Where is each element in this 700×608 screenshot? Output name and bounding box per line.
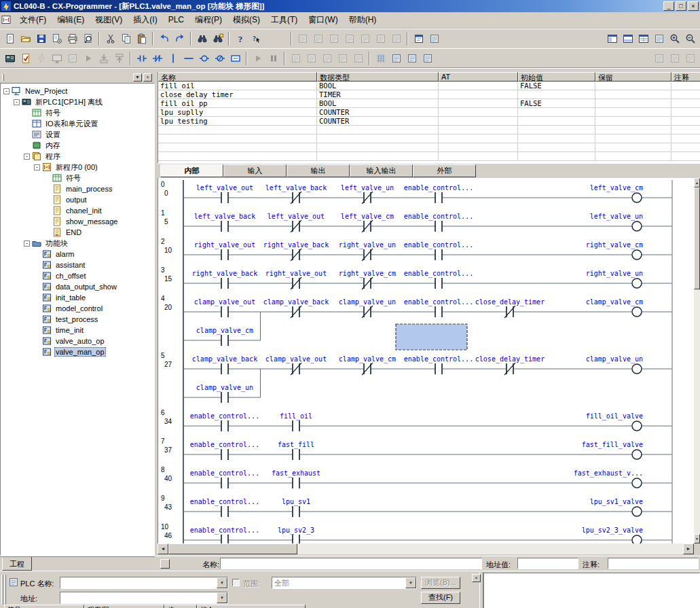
tree-item-plc-new-plc1[interactable]: -新PLC1[CP1H] 离线 — [1, 96, 154, 107]
contact-nc-button[interactable] — [149, 51, 165, 66]
var-table-cell[interactable] — [518, 135, 595, 143]
redo-button[interactable] — [172, 31, 187, 46]
scope-combo[interactable]: 全部 ▼ — [272, 577, 417, 589]
ladder-contact-clamp_valve_un[interactable]: clamp_valve_un — [339, 298, 396, 318]
var-table-cell[interactable] — [671, 99, 700, 108]
ladder-coil-lpu_sv1_valve[interactable]: lpu_sv1_valve — [590, 498, 643, 516]
ladder-contact-right_valve_un[interactable]: right_valve_un — [339, 241, 396, 261]
tree-item-section-output[interactable]: output — [1, 194, 154, 205]
tree-item-section-end[interactable]: END — [1, 227, 154, 238]
ladder-horizontal-scrollbar[interactable]: ◄ ► — [158, 543, 694, 554]
var-table-cell[interactable]: BOOL — [317, 82, 439, 90]
result-column-0[interactable]: 符号 — [4, 605, 84, 608]
open-project-button[interactable] — [18, 31, 33, 46]
view-cross-reference-button[interactable] — [373, 31, 388, 46]
ladder-coil-right_valve_un[interactable]: right_valve_un — [586, 270, 643, 288]
var-table-cell[interactable] — [671, 135, 700, 143]
dropdown-icon[interactable]: ▼ — [217, 577, 227, 588]
var-table-cell[interactable] — [518, 143, 595, 152]
var-table-cell[interactable] — [595, 82, 671, 90]
view-rung-annotation-button[interactable] — [357, 31, 373, 46]
tree-item-fb-alarm[interactable]: alarm — [1, 249, 154, 260]
view-io-comment-button[interactable] — [342, 31, 357, 46]
var-table-header-3[interactable]: 初始值 — [518, 72, 595, 82]
dropdown-icon[interactable]: ▼ — [217, 592, 227, 603]
tree-item-fb-data-output-show[interactable]: data_output_show — [1, 281, 154, 292]
ladder-coil-fast_fill_valve[interactable]: fast_fill_valve — [582, 441, 643, 459]
menu-item-4[interactable]: PLC — [163, 13, 189, 26]
address-value-field[interactable] — [517, 558, 578, 569]
tree-item-fb-init-table[interactable]: init_table — [1, 292, 154, 303]
toggle-watch-window-button[interactable] — [635, 31, 651, 46]
coil-nc-button[interactable] — [212, 51, 227, 66]
scroll-right-button[interactable]: ► — [683, 543, 694, 554]
menu-item-7[interactable]: 工具(T) — [265, 13, 303, 26]
var-table-cell[interactable] — [595, 143, 671, 152]
toggle-project-window-button[interactable] — [604, 31, 620, 46]
tree-item-symbols-global[interactable]: 符号 — [1, 107, 154, 118]
ladder-contact-clamp_valve_cm[interactable]: clamp_valve_cm — [196, 327, 253, 346]
change-plc-model-button[interactable] — [2, 51, 18, 66]
var-table-header-2[interactable]: AT — [439, 72, 518, 82]
close-button[interactable]: × — [688, 1, 699, 11]
var-table-cell[interactable] — [439, 99, 518, 108]
tree-item-section-main-process[interactable]: main_process — [1, 183, 154, 194]
horizontal-scroll-thumb[interactable] — [168, 543, 297, 554]
transfer-to-plc-button[interactable] — [96, 51, 111, 66]
undo-button[interactable] — [156, 31, 172, 46]
var-table-cell[interactable] — [671, 152, 700, 161]
ladder-contact-enable_control...[interactable]: enable_control... — [404, 270, 473, 289]
show-rung-annotations-button[interactable] — [420, 51, 435, 66]
var-table-cell[interactable] — [518, 152, 595, 161]
var-table-cell[interactable] — [158, 126, 317, 135]
minimize-button[interactable]: _ — [663, 1, 674, 11]
ladder-contact-left_valve_back[interactable]: left_valve_back — [194, 213, 255, 232]
var-table-cell[interactable] — [439, 108, 518, 117]
var-table-cell[interactable] — [671, 108, 700, 117]
ladder-contact-lpu_sv1[interactable]: lpu_sv1 — [282, 498, 310, 517]
ladder-contact-clamp_valve_un[interactable]: clamp_valve_un — [196, 384, 253, 403]
instruction-box-button[interactable] — [227, 51, 243, 66]
context-help-button[interactable]: ? — [248, 31, 263, 46]
monitor-mode-button[interactable] — [49, 51, 65, 66]
force-cancel-button[interactable] — [319, 51, 335, 66]
switch-view-button[interactable] — [426, 31, 442, 46]
ladder-contact-right_valve_out[interactable]: right_valve_out — [194, 241, 255, 260]
var-table-cell[interactable] — [518, 108, 595, 117]
ladder-contact-clamp_valve_cm[interactable]: clamp_valve_cm — [339, 355, 396, 375]
ladder-coil-clamp_valve_cm[interactable]: clamp_valve_cm — [586, 298, 643, 317]
result-column-1[interactable]: 程序/段 — [84, 605, 164, 608]
force-off-button[interactable] — [303, 51, 319, 66]
view-symbol-table-button[interactable] — [310, 31, 326, 46]
view-section-list-button[interactable] — [326, 31, 342, 46]
set-value-button[interactable] — [335, 51, 350, 66]
compile-program-button[interactable] — [18, 51, 33, 66]
project-workspace-tab[interactable]: 工程 — [2, 557, 32, 571]
ladder-contact-enable_control...[interactable]: enable_control... — [190, 412, 259, 431]
toggle-address-reference-button[interactable] — [651, 31, 667, 46]
scroll-left-button[interactable]: ◄ — [158, 543, 168, 554]
tree-item-program-0[interactable]: -新程序0 (00) — [1, 162, 154, 173]
ladder-contact-clamp_valve_back[interactable]: clamp_valve_back — [192, 355, 257, 374]
tree-expand-icon[interactable]: - — [24, 154, 30, 160]
var-table-cell[interactable] — [518, 126, 595, 135]
var-table-cell[interactable] — [158, 135, 317, 143]
ladder-contact-fast_exhaust[interactable]: fast_exhaust — [272, 469, 320, 488]
panel-close-button[interactable]: × — [143, 73, 152, 82]
tree-expand-icon[interactable]: - — [14, 99, 20, 105]
replace-button[interactable] — [210, 31, 225, 46]
page-setup-button[interactable] — [49, 31, 65, 46]
result-column-2[interactable]: 步 — [164, 605, 197, 608]
ladder-contact-left_valve_out[interactable]: left_valve_out — [196, 184, 253, 203]
ladder-contact-right_valve_cm[interactable]: right_valve_cm — [339, 270, 396, 289]
print-preview-button[interactable] — [80, 31, 96, 46]
var-table-cell[interactable] — [671, 90, 700, 99]
var-table-cell[interactable] — [439, 126, 518, 135]
tree-expand-icon[interactable]: - — [34, 164, 40, 171]
show-address-button[interactable] — [388, 51, 404, 66]
var-table-cell[interactable] — [595, 99, 671, 108]
var-table-cell[interactable] — [439, 117, 518, 126]
show-grid-button[interactable] — [373, 51, 388, 66]
tree-expand-icon[interactable]: - — [3, 88, 10, 94]
paste-button[interactable] — [134, 31, 149, 46]
